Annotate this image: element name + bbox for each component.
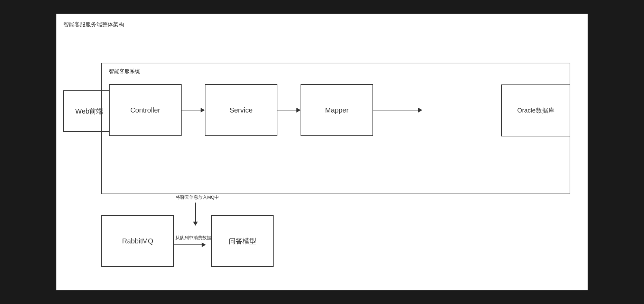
consume-arrow-container: 从队列中消费数据: [174, 235, 211, 247]
inner-system-box: 智能客服系统 Controller Service: [101, 63, 570, 194]
inner-label: 智能客服系统: [109, 68, 563, 75]
qa-model-box: 问答模型: [211, 215, 274, 267]
ctrl-to-svc-arrow: [182, 108, 205, 113]
oracle-box: Oracle数据库: [501, 84, 570, 136]
outer-label: 智能客服服务端整体架构: [63, 21, 581, 28]
svc-to-mapper-arrow: [277, 108, 301, 113]
service-box: Service: [205, 84, 277, 136]
mapper-box: Mapper: [301, 84, 373, 136]
bottom-section: RabbitMQ 从队列中消费数据 问答模型: [101, 215, 274, 267]
controller-box: Controller: [109, 84, 182, 136]
mq-arrow-label: 将聊天信息放入MQ中: [176, 194, 219, 200]
oracle-label: Oracle数据库: [517, 106, 554, 115]
top-row: Controller Service Mappe: [109, 84, 563, 136]
diagram-wrapper: 智能客服服务端整体架构 Web前端 发送http请求 智能客服系统 Contro: [63, 21, 581, 283]
mapper-to-oracle-arrow: [373, 108, 422, 113]
consume-arrow-label: 从队列中消费数据: [175, 235, 211, 241]
main-diagram-container: 智能客服服务端整体架构 Web前端 发送http请求 智能客服系统 Contro: [56, 14, 588, 290]
rabbitmq-box: RabbitMQ: [101, 215, 174, 267]
